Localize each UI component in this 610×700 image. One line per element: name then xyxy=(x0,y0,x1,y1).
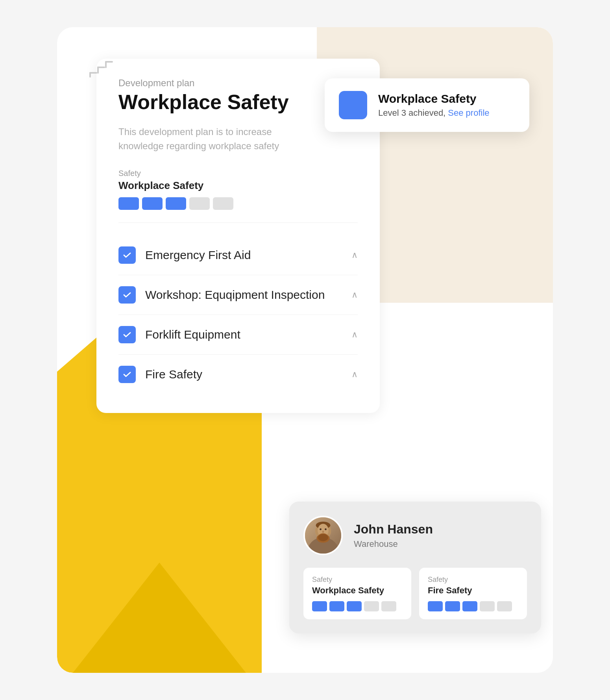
svg-point-16 xyxy=(318,534,328,541)
mini-bar-f1 xyxy=(428,601,443,611)
checklist-item-emergency[interactable]: Emergency First Aid ∧ xyxy=(118,235,358,275)
progress-item-label: Workplace Safety xyxy=(118,180,358,192)
profile-card: John Hansen Warehouse Safety Workplace S… xyxy=(289,502,541,633)
checklist-label-emergency: Emergency First Aid xyxy=(145,248,342,262)
staircase-icon xyxy=(89,56,118,81)
mini-bar-f3 xyxy=(462,601,477,611)
checklist: Emergency First Aid ∧ Workshop: Equqipme… xyxy=(118,235,358,394)
progress-bars xyxy=(118,197,358,210)
skill-popup-text: Workplace Safety Level 3 achieved, See p… xyxy=(378,92,490,118)
mini-bar-w4 xyxy=(364,601,379,611)
profile-skills: Safety Workplace Safety Safety Fire Safe… xyxy=(303,568,527,619)
progress-bar-4 xyxy=(189,197,210,210)
bg-yellow-triangle xyxy=(73,563,246,673)
chevron-forklift: ∧ xyxy=(351,330,358,340)
checkbox-workshop xyxy=(118,286,136,304)
profile-avatar xyxy=(303,516,343,555)
profile-skill-workplace-bars xyxy=(312,601,403,611)
checklist-item-fire[interactable]: Fire Safety ∧ xyxy=(118,355,358,394)
chevron-fire: ∧ xyxy=(351,369,358,380)
profile-skill-fire-bars xyxy=(428,601,518,611)
skill-popup-level: Level 3 achieved, See profile xyxy=(378,108,490,118)
skill-popup-see-profile-link[interactable]: See profile xyxy=(448,108,489,118)
profile-skill-fire: Safety Fire Safety xyxy=(419,568,527,619)
svg-rect-1 xyxy=(89,72,91,78)
checklist-label-fire: Fire Safety xyxy=(145,368,342,381)
mini-bar-f5 xyxy=(497,601,512,611)
checkbox-emergency xyxy=(118,246,136,264)
mini-bar-w2 xyxy=(329,601,344,611)
dev-plan-description: This development plan is to increaseknow… xyxy=(118,125,315,153)
progress-category-label: Safety xyxy=(118,169,358,178)
mini-bar-w5 xyxy=(381,601,396,611)
checklist-item-forklift[interactable]: Forklift Equipment ∧ xyxy=(118,315,358,355)
avatar-image xyxy=(305,517,341,554)
skill-popup-level-text: Level 3 achieved, xyxy=(378,108,445,118)
profile-header: John Hansen Warehouse xyxy=(303,516,527,555)
svg-rect-3 xyxy=(97,67,99,74)
profile-skill-workplace-category: Safety xyxy=(312,576,403,584)
dev-plan-label: Development plan xyxy=(118,78,358,89)
profile-skill-fire-category: Safety xyxy=(428,576,518,584)
checkbox-fire xyxy=(118,366,136,383)
mini-bar-w1 xyxy=(312,601,327,611)
checklist-label-forklift: Forklift Equipment xyxy=(145,328,342,341)
checklist-label-workshop: Workshop: Equqipment Inspection xyxy=(145,288,342,302)
checklist-item-workshop[interactable]: Workshop: Equqipment Inspection ∧ xyxy=(118,275,358,315)
progress-bar-2 xyxy=(142,197,163,210)
skill-popup-icon xyxy=(339,91,367,119)
svg-point-13 xyxy=(325,528,327,530)
mini-bar-f2 xyxy=(445,601,460,611)
dev-plan-title: Workplace Safety xyxy=(118,90,358,114)
svg-point-14 xyxy=(322,531,324,533)
chevron-workshop: ∧ xyxy=(351,290,358,300)
skill-popup-card: Workplace Safety Level 3 achieved, See p… xyxy=(325,78,529,132)
skill-popup-title: Workplace Safety xyxy=(378,92,490,106)
profile-info: John Hansen Warehouse xyxy=(354,522,433,549)
profile-department: Warehouse xyxy=(354,539,433,549)
mini-bar-f4 xyxy=(480,601,495,611)
mini-bar-w3 xyxy=(347,601,362,611)
profile-name: John Hansen xyxy=(354,522,433,537)
progress-bar-1 xyxy=(118,197,139,210)
chevron-emergency: ∧ xyxy=(351,250,358,260)
svg-rect-5 xyxy=(105,61,107,68)
profile-skill-workplace-title: Workplace Safety xyxy=(312,585,403,596)
progress-bar-5 xyxy=(213,197,233,210)
outer-container: Development plan Workplace Safety This d… xyxy=(57,27,553,673)
progress-bar-3 xyxy=(166,197,186,210)
checkbox-forklift xyxy=(118,326,136,343)
svg-point-12 xyxy=(320,528,322,530)
profile-skill-fire-title: Fire Safety xyxy=(428,585,518,596)
profile-skill-workplace: Safety Workplace Safety xyxy=(303,568,411,619)
progress-section: Safety Workplace Safety xyxy=(118,169,358,223)
